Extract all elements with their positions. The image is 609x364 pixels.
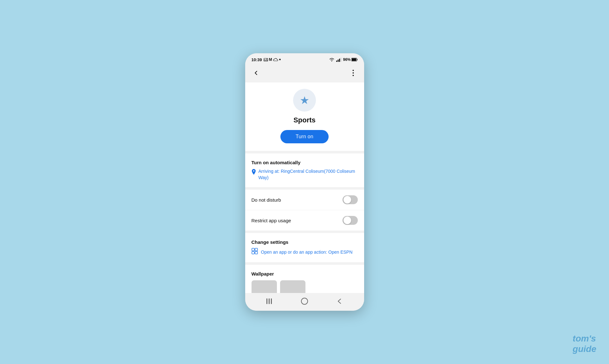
app-action-row[interactable]: Open an app or do an app action: Open ES… bbox=[252, 248, 358, 256]
back-nav-icon bbox=[336, 298, 344, 304]
restrict-app-usage-label: Restrict app usage bbox=[252, 218, 291, 223]
status-icons: M • bbox=[264, 57, 281, 62]
svg-point-11 bbox=[253, 170, 254, 172]
do-not-disturb-row: Do not disturb bbox=[245, 190, 364, 210]
restrict-app-usage-row: Restrict app usage bbox=[245, 210, 364, 231]
status-right-icons: 96% bbox=[329, 57, 357, 62]
location-text: Arriving at: RingCentral Coliseum(7000 C… bbox=[259, 168, 358, 181]
signal-icon bbox=[336, 57, 341, 62]
battery-icon bbox=[351, 58, 358, 62]
home-button[interactable] bbox=[298, 296, 311, 306]
do-not-disturb-label: Do not disturb bbox=[252, 197, 281, 203]
status-bar: 10:39 M • 96% bbox=[245, 53, 364, 65]
mode-title: Sports bbox=[293, 116, 316, 124]
svg-rect-3 bbox=[338, 60, 339, 62]
svg-rect-13 bbox=[255, 248, 258, 251]
svg-rect-12 bbox=[252, 248, 254, 251]
watermark: tom's guide bbox=[573, 333, 596, 354]
location-row[interactable]: Arriving at: RingCentral Coliseum(7000 C… bbox=[252, 168, 358, 181]
location-pin-icon bbox=[252, 169, 256, 176]
svg-point-9 bbox=[353, 72, 354, 74]
image-icon bbox=[264, 58, 268, 62]
svg-rect-14 bbox=[252, 251, 254, 254]
do-not-disturb-toggle[interactable] bbox=[343, 195, 358, 204]
wallpaper-thumb-1[interactable] bbox=[252, 280, 277, 293]
back-button[interactable] bbox=[250, 67, 262, 79]
wifi-icon bbox=[329, 57, 335, 62]
main-content: ★ Sports Turn on Turn on automatically A… bbox=[245, 82, 364, 293]
wallpaper-thumb-2[interactable] bbox=[280, 280, 305, 293]
status-time: 10:39 M • bbox=[252, 57, 281, 62]
svg-rect-7 bbox=[352, 58, 356, 61]
turn-on-automatically-card: Turn on automatically Arriving at: RingC… bbox=[245, 153, 364, 187]
star-icon: ★ bbox=[300, 94, 309, 107]
battery-display: 96% bbox=[343, 57, 357, 62]
svg-rect-4 bbox=[339, 59, 340, 62]
svg-rect-2 bbox=[336, 61, 337, 62]
more-options-button[interactable] bbox=[348, 67, 359, 79]
recent-apps-button[interactable] bbox=[263, 296, 275, 306]
svg-point-10 bbox=[353, 75, 354, 76]
cloud-icon bbox=[273, 58, 278, 62]
top-nav bbox=[245, 65, 364, 82]
svg-rect-5 bbox=[341, 58, 342, 62]
change-settings-header: Change settings bbox=[252, 239, 358, 245]
wallpaper-preview-row bbox=[252, 280, 358, 293]
bottom-nav bbox=[245, 293, 364, 311]
app-action-icon bbox=[252, 248, 258, 256]
dot-icon: • bbox=[279, 57, 281, 62]
svg-rect-15 bbox=[255, 251, 258, 254]
home-icon bbox=[301, 298, 308, 305]
phone-frame: 10:39 M • 96% bbox=[245, 53, 364, 311]
svg-point-8 bbox=[353, 70, 354, 71]
back-nav-button[interactable] bbox=[334, 296, 346, 306]
svg-point-1 bbox=[266, 59, 267, 59]
restrict-app-usage-toggle[interactable] bbox=[343, 216, 358, 225]
app-action-text: Open an app or do an app action: Open ES… bbox=[261, 250, 353, 255]
gmail-icon: M bbox=[269, 57, 272, 62]
battery-percent: 96% bbox=[343, 57, 350, 62]
turn-on-automatically-header: Turn on automatically bbox=[252, 160, 358, 165]
time-display: 10:39 bbox=[252, 57, 262, 62]
change-settings-section: Change settings Open an app or do an app… bbox=[245, 233, 364, 262]
wallpaper-header: Wallpaper bbox=[252, 271, 358, 276]
wallpaper-section: Wallpaper bbox=[245, 265, 364, 293]
recent-apps-icon bbox=[266, 298, 272, 304]
mode-icon-circle: ★ bbox=[293, 89, 316, 112]
turn-on-button[interactable]: Turn on bbox=[280, 130, 329, 143]
hero-card: ★ Sports Turn on bbox=[245, 82, 364, 151]
toggle-section: Do not disturb Restrict app usage bbox=[245, 190, 364, 231]
